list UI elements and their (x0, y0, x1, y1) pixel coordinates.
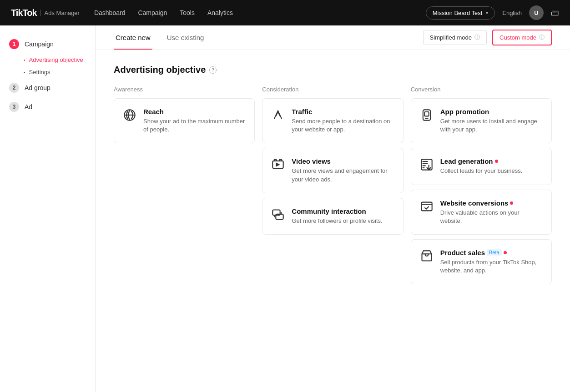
top-navigation: TikTok Ads Manager Dashboard Campaign To… (0, 0, 570, 25)
product-sales-icon (420, 250, 433, 265)
simplified-mode-label: Simplified mode (430, 34, 472, 41)
traffic-icon (272, 109, 284, 124)
reach-content: Reach Show your ad to the maximum number… (143, 108, 245, 134)
custom-mode-info-icon: ⓘ (539, 34, 545, 41)
content-inner: Create new Use existing Simplified mode … (96, 25, 570, 392)
step-num-2: 2 (9, 83, 19, 93)
lead-generation-card[interactable]: Lead generation Collect leads for your b… (411, 148, 552, 185)
sidebar-label-adgroup: Ad group (25, 84, 50, 91)
tabs-right: Simplified mode ⓘ Custom mode ⓘ (423, 30, 552, 45)
lead-generation-content: Lead generation Collect leads for your b… (440, 157, 523, 175)
video-views-title: Video views (292, 157, 393, 165)
traffic-card[interactable]: Traffic Send more people to a destinatio… (262, 98, 403, 143)
traffic-desc: Send more people to a destination on you… (292, 117, 393, 134)
tabs-bar: Create new Use existing Simplified mode … (96, 25, 570, 50)
website-conv-dot (510, 201, 513, 205)
tab-use-existing[interactable]: Use existing (165, 25, 206, 50)
sidebar-sub-advertising-objective[interactable]: Advertising objective (0, 54, 95, 66)
section-help-icon[interactable]: ? (209, 66, 217, 74)
lead-generation-title: Lead generation (440, 157, 523, 165)
conversion-column: Conversion App promot (411, 86, 552, 289)
content-area: Create new Use existing Simplified mode … (96, 25, 570, 392)
traffic-title: Traffic (292, 108, 393, 116)
product-sales-title: Product sales Beta (440, 249, 542, 256)
reach-title: Reach (143, 108, 245, 116)
brand-logo: TikTok Ads Manager (11, 8, 80, 18)
sidebar-label-campaign: Campaign (25, 40, 54, 48)
traffic-content: Traffic Send more people to a destinatio… (292, 108, 393, 134)
lead-gen-dot (495, 160, 498, 163)
product-sales-content: Product sales Beta Sell products from yo… (440, 249, 542, 275)
tab-create-new[interactable]: Create new (114, 25, 152, 50)
simplified-mode-button[interactable]: Simplified mode ⓘ (423, 30, 487, 45)
advertising-objective-section: Advertising objective ? Awareness (96, 50, 570, 303)
svg-rect-8 (424, 112, 429, 116)
consideration-label: Consideration (262, 86, 403, 93)
step-num-3: 3 (9, 102, 19, 112)
svg-rect-6 (423, 110, 430, 120)
nav-links: Dashboard Campaign Tools Analytics (94, 7, 411, 18)
account-selector[interactable]: Mission Beard Test ▾ (426, 6, 495, 20)
conversion-label: Conversion (411, 86, 552, 93)
nav-right: Mission Beard Test ▾ English U 🗃 (426, 5, 559, 20)
consideration-column: Consideration Traffic Se (262, 86, 403, 289)
video-views-content: Video views Get more views and engagemen… (292, 157, 393, 183)
tabs-left: Create new Use existing (114, 25, 218, 50)
awareness-column: Awareness (114, 86, 255, 289)
sidebar-label-ad: Ad (25, 103, 32, 111)
objective-columns: Awareness (114, 86, 552, 289)
simplified-mode-info-icon: ⓘ (474, 34, 480, 41)
website-conversions-icon (420, 200, 433, 216)
lead-generation-icon (420, 158, 433, 174)
nav-tools[interactable]: Tools (180, 7, 195, 18)
inbox-icon[interactable]: 🗃 (551, 8, 559, 18)
section-title-text: Advertising objective (114, 65, 206, 75)
tiktok-wordmark: TikTok (11, 8, 37, 18)
sidebar-sub-settings[interactable]: Settings (0, 66, 95, 78)
app-promotion-card[interactable]: App promotion Get more users to install … (411, 98, 552, 143)
reach-desc: Show your ad to the maximum number of pe… (143, 117, 245, 134)
lead-generation-desc: Collect leads for your business. (440, 167, 523, 175)
video-views-desc: Get more views and engagement for your v… (292, 167, 393, 183)
website-conversions-title: Website conversions (440, 199, 542, 207)
nav-campaign[interactable]: Campaign (138, 7, 167, 18)
sidebar-item-adgroup[interactable]: 2 Ad group (0, 78, 95, 97)
website-conversions-desc: Drive valuable actions on your website. (440, 209, 542, 225)
product-sales-card[interactable]: Product sales Beta Sell products from yo… (411, 239, 552, 284)
community-icon (272, 208, 284, 224)
app-promotion-title: App promotion (440, 108, 542, 116)
community-title: Community interaction (292, 207, 382, 215)
community-content: Community interaction Get more followers… (292, 207, 382, 225)
community-interaction-card[interactable]: Community interaction Get more followers… (262, 198, 403, 235)
website-conversions-card[interactable]: Website conversions Drive valuable actio… (411, 190, 552, 235)
app-promotion-content: App promotion Get more users to install … (440, 108, 542, 134)
app-promotion-desc: Get more users to install and engage wit… (440, 117, 542, 134)
video-views-icon (272, 158, 284, 174)
reach-card[interactable]: Reach Show your ad to the maximum number… (114, 98, 255, 143)
video-views-card[interactable]: Video views Get more views and engagemen… (262, 148, 403, 193)
custom-mode-label: Custom mode (499, 34, 536, 41)
account-name: Mission Beard Test (433, 10, 483, 16)
sidebar-item-ad[interactable]: 3 Ad (0, 97, 95, 116)
main-layout: 1 Campaign Advertising objective Setting… (0, 25, 570, 392)
svg-rect-3 (280, 160, 282, 161)
product-sales-desc: Sell products from your TikTok Shop, web… (440, 258, 542, 275)
nav-analytics[interactable]: Analytics (207, 7, 233, 18)
custom-mode-button[interactable]: Custom mode ⓘ (492, 30, 552, 45)
section-title: Advertising objective ? (114, 65, 552, 75)
nav-dashboard[interactable]: Dashboard (94, 7, 126, 18)
sidebar: 1 Campaign Advertising objective Setting… (0, 25, 96, 392)
sidebar-item-campaign[interactable]: 1 Campaign (0, 35, 95, 54)
app-promotion-icon (420, 109, 433, 124)
reach-icon (123, 109, 136, 124)
website-conversions-content: Website conversions Drive valuable actio… (440, 199, 542, 225)
ads-manager-label: Ads Manager (40, 10, 80, 16)
language-selector[interactable]: English (502, 10, 522, 16)
step-num-1: 1 (9, 39, 19, 49)
chevron-down-icon: ▾ (486, 10, 488, 15)
community-desc: Get more followers or profile visits. (292, 217, 382, 225)
avatar[interactable]: U (529, 5, 544, 20)
product-sales-dot (504, 251, 507, 254)
product-sales-beta-badge: Beta (487, 249, 502, 256)
awareness-label: Awareness (114, 86, 255, 93)
